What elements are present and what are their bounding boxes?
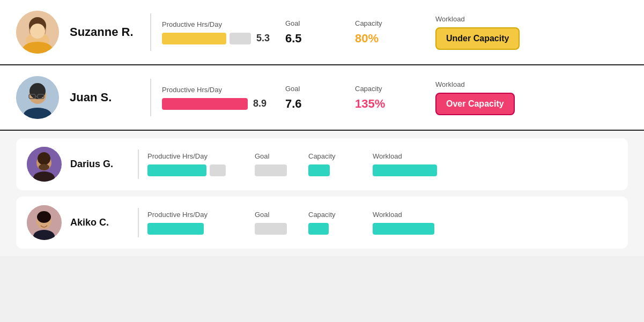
goal-bar-darius bbox=[255, 164, 287, 176]
bar-filled-juan bbox=[162, 98, 248, 110]
capacity-label-darius: Capacity bbox=[308, 152, 336, 160]
workload-col-juan: Workload Over Capacity bbox=[435, 80, 532, 115]
bar-empty-suzanne bbox=[230, 33, 251, 44]
productive-bar-juan: 8.9 bbox=[162, 98, 267, 110]
workload-bar-akiko bbox=[373, 223, 434, 235]
person-row-darius: Darius G. Productive Hrs/Day Goal Capaci… bbox=[16, 138, 628, 190]
stats-juan: Productive Hrs/Day 8.9 Goal 7.6 Capacity… bbox=[162, 80, 628, 115]
capacity-col-juan: Capacity 135% bbox=[355, 85, 435, 111]
stats-darius: Productive Hrs/Day Goal Capacity Workloa… bbox=[147, 152, 617, 176]
capacity-col-suzanne: Capacity 80% bbox=[355, 19, 435, 46]
productive-label-suzanne: Productive Hrs/Day bbox=[162, 20, 222, 28]
capacity-bar-darius bbox=[308, 164, 330, 176]
goal-col-juan: Goal 7.6 bbox=[285, 85, 355, 111]
productive-label-juan: Productive Hrs/Day bbox=[162, 86, 222, 94]
person-row-suzanne: Suzanne R. Productive Hrs/Day 5.3 Goal 6… bbox=[0, 0, 644, 65]
productive-col-darius: Productive Hrs/Day bbox=[147, 152, 255, 176]
stats-akiko: Productive Hrs/Day Goal Capacity Workloa… bbox=[147, 211, 617, 235]
productive-bar-akiko bbox=[147, 223, 204, 235]
bar-filled-darius bbox=[147, 164, 206, 176]
workload-label-suzanne: Workload bbox=[435, 15, 465, 23]
person-row-juan: Juan S. Productive Hrs/Day 8.9 Goal 7.6 … bbox=[0, 65, 644, 131]
sub-section: Darius G. Productive Hrs/Day Goal Capaci… bbox=[0, 131, 644, 256]
capacity-label-juan: Capacity bbox=[355, 85, 382, 93]
divider-suzanne bbox=[150, 13, 151, 51]
workload-col-darius: Workload bbox=[373, 152, 458, 176]
productive-bar-darius bbox=[147, 164, 226, 176]
productive-bar-suzanne: 5.3 bbox=[162, 33, 270, 44]
workload-col-suzanne: Workload Under Capacity bbox=[435, 15, 532, 50]
workload-badge-juan: Over Capacity bbox=[435, 93, 515, 115]
productive-col-suzanne: Productive Hrs/Day 5.3 bbox=[162, 20, 285, 44]
productive-label-akiko: Productive Hrs/Day bbox=[147, 211, 208, 219]
workload-label-juan: Workload bbox=[435, 80, 465, 88]
person-name-suzanne: Suzanne R. bbox=[70, 25, 139, 39]
divider-juan bbox=[150, 79, 151, 116]
goal-label-darius: Goal bbox=[255, 152, 269, 160]
person-name-akiko: Akiko C. bbox=[70, 217, 129, 228]
workload-col-akiko: Workload bbox=[373, 211, 458, 235]
capacity-col-darius: Capacity bbox=[308, 152, 373, 176]
goal-label-suzanne: Goal bbox=[285, 19, 300, 27]
productive-value-suzanne: 5.3 bbox=[256, 33, 270, 44]
goal-col-akiko: Goal bbox=[255, 211, 308, 235]
workload-badge-suzanne: Under Capacity bbox=[435, 27, 520, 50]
productive-label-darius: Productive Hrs/Day bbox=[147, 152, 208, 160]
capacity-label-suzanne: Capacity bbox=[355, 19, 382, 27]
goal-bar-akiko bbox=[255, 223, 287, 235]
svg-point-17 bbox=[39, 164, 49, 170]
avatar-juan bbox=[16, 76, 59, 119]
bar-filled-suzanne bbox=[162, 33, 226, 44]
capacity-bar-akiko bbox=[308, 223, 329, 235]
svg-point-16 bbox=[38, 152, 50, 165]
bar-filled-akiko bbox=[147, 223, 204, 235]
svg-point-21 bbox=[37, 211, 51, 223]
avatar-darius bbox=[27, 147, 62, 182]
capacity-value-suzanne: 80% bbox=[355, 32, 379, 46]
goal-label-akiko: Goal bbox=[255, 211, 269, 219]
goal-col-suzanne: Goal 6.5 bbox=[285, 19, 355, 46]
productive-value-juan: 8.9 bbox=[253, 98, 267, 109]
productive-col-juan: Productive Hrs/Day 8.9 bbox=[162, 86, 285, 110]
workload-bar-darius bbox=[373, 164, 437, 176]
capacity-label-akiko: Capacity bbox=[308, 211, 336, 219]
divider-akiko bbox=[138, 208, 139, 237]
productive-col-akiko: Productive Hrs/Day bbox=[147, 211, 255, 235]
divider-darius bbox=[138, 149, 139, 179]
svg-point-4 bbox=[30, 24, 45, 39]
goal-value-suzanne: 6.5 bbox=[285, 32, 302, 46]
capacity-value-juan: 135% bbox=[355, 97, 385, 111]
goal-col-darius: Goal bbox=[255, 152, 308, 176]
goal-label-juan: Goal bbox=[285, 85, 300, 93]
avatar-suzanne bbox=[16, 11, 59, 54]
person-row-akiko: Akiko C. Productive Hrs/Day Goal Capacit… bbox=[16, 197, 628, 249]
workload-label-darius: Workload bbox=[373, 152, 402, 160]
capacity-col-akiko: Capacity bbox=[308, 211, 373, 235]
avatar-akiko bbox=[27, 205, 62, 240]
stats-suzanne: Productive Hrs/Day 5.3 Goal 6.5 Capacity… bbox=[162, 15, 628, 50]
person-name-juan: Juan S. bbox=[70, 91, 139, 104]
goal-value-juan: 7.6 bbox=[285, 97, 302, 111]
workload-label-akiko: Workload bbox=[373, 211, 402, 219]
person-name-darius: Darius G. bbox=[70, 159, 129, 170]
bar-empty-darius bbox=[210, 164, 226, 176]
